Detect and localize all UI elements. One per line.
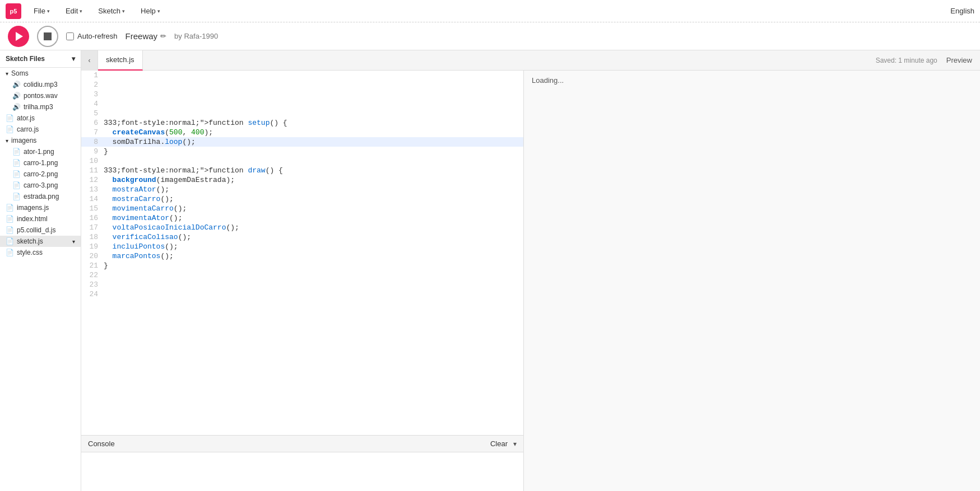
- table-row: 17 voltaPosicaoInicialDoCarro();: [81, 223, 523, 232]
- line-number: 21: [81, 261, 104, 270]
- line-code: somDaTrilha.loop();: [104, 137, 523, 147]
- line-code: 333;font-style:normal;">function draw() …: [104, 166, 523, 175]
- table-row: 19 incluiPontos();: [81, 242, 523, 251]
- table-row: 1: [81, 71, 523, 80]
- line-number: 10: [81, 156, 104, 166]
- table-row: 2: [81, 80, 523, 90]
- edit-menu[interactable]: Edit ▾: [62, 4, 86, 17]
- folder-open-icon: [6, 137, 8, 144]
- edit-menu-chevron: ▾: [80, 8, 82, 14]
- line-code: movimentaCarro();: [104, 204, 523, 213]
- line-code: incluiPontos();: [104, 242, 523, 251]
- sidebar-item-p5collid[interactable]: 📄 p5.collid_d.js: [0, 225, 81, 236]
- folder-open-icon: [6, 69, 8, 77]
- sidebar-item-trilha[interactable]: 🔊 trilha.mp3: [0, 101, 81, 113]
- table-row: 11333;font-style:normal;">function draw(…: [81, 166, 523, 175]
- editor-tabs: ‹ sketch.js Saved: 1 minute ago Preview: [81, 50, 980, 71]
- line-code: createCanvas(500, 400);: [104, 128, 523, 137]
- table-row: 4: [81, 99, 523, 109]
- code-area: 1 2 3 4 5 6333;font-style:normal;">funct…: [81, 71, 523, 491]
- line-code: [104, 109, 523, 118]
- line-number: 5: [81, 109, 104, 118]
- line-number: 14: [81, 194, 104, 204]
- sidebar-collapse-button[interactable]: ‹: [81, 50, 98, 71]
- language-selector[interactable]: English: [950, 7, 974, 15]
- p5-logo[interactable]: p5: [6, 3, 21, 19]
- line-number: 7: [81, 128, 104, 137]
- line-number: 9: [81, 147, 104, 156]
- sidebar-item-ator-js[interactable]: 📄 ator.js: [0, 113, 81, 124]
- table-row: 18 verificaColisao();: [81, 232, 523, 242]
- sidebar-collapse-icon[interactable]: ▾: [72, 55, 75, 63]
- console-header: Console Clear ▾: [81, 436, 523, 452]
- auto-refresh-label[interactable]: Auto-refresh: [66, 32, 118, 40]
- sidebar-item-estrada-png[interactable]: 📄 estrada.png: [0, 191, 81, 202]
- line-code: }: [104, 147, 523, 156]
- table-row: 22: [81, 270, 523, 280]
- line-number: 22: [81, 270, 104, 280]
- sidebar-item-carro1-png[interactable]: 📄 carro-1.png: [0, 157, 81, 169]
- stop-button[interactable]: [37, 26, 58, 47]
- file-menu[interactable]: File ▾: [30, 4, 53, 17]
- sidebar-item-imagens[interactable]: imagens: [0, 135, 81, 146]
- table-row: 13 mostraAtor();: [81, 185, 523, 194]
- table-row: 23: [81, 280, 523, 289]
- tab-sketch-js[interactable]: sketch.js: [98, 50, 143, 71]
- main-area: Sketch Files ▾ Soms 🔊 colidiu.mp3 🔊 pont…: [0, 50, 980, 491]
- sketch-menu-chevron: ▾: [122, 8, 125, 14]
- line-number: 11: [81, 166, 104, 175]
- line-number: 15: [81, 204, 104, 213]
- file-menu-chevron: ▾: [47, 8, 50, 14]
- table-row: 9}: [81, 147, 523, 156]
- table-row: 24: [81, 289, 523, 299]
- line-code: [104, 90, 523, 99]
- sidebar-item-soms[interactable]: Soms: [0, 68, 81, 79]
- code-editor[interactable]: 1 2 3 4 5 6333;font-style:normal;">funct…: [81, 71, 523, 435]
- sidebar-item-colidiu[interactable]: 🔊 colidiu.mp3: [0, 79, 81, 90]
- table-row: 14 mostraCarro();: [81, 194, 523, 204]
- sidebar-item-pontos[interactable]: 🔊 pontos.wav: [0, 90, 81, 101]
- table-row: 10: [81, 156, 523, 166]
- preview-label: Preview: [946, 56, 972, 64]
- save-status: Saved: 1 minute ago: [876, 57, 937, 64]
- sidebar: Sketch Files ▾ Soms 🔊 colidiu.mp3 🔊 pont…: [0, 50, 81, 491]
- console-body: [81, 452, 523, 491]
- sidebar-item-carro-js[interactable]: 📄 carro.js: [0, 124, 81, 135]
- line-number: 3: [81, 90, 104, 99]
- sidebar-item-imagens-js[interactable]: 📄 imagens.js: [0, 202, 81, 213]
- sidebar-item-style-css[interactable]: 📄 style.css: [0, 247, 81, 258]
- line-code: verificaColisao();: [104, 232, 523, 242]
- sidebar-item-carro3-png[interactable]: 📄 carro-3.png: [0, 180, 81, 191]
- sidebar-item-index-html[interactable]: 📄 index.html: [0, 213, 81, 225]
- play-button[interactable]: [8, 26, 29, 47]
- help-menu[interactable]: Help ▾: [137, 4, 164, 17]
- clear-button[interactable]: Clear: [488, 438, 510, 449]
- table-row: 16 movimentaAtor();: [81, 213, 523, 223]
- help-menu-chevron: ▾: [157, 8, 160, 14]
- sidebar-item-sketch-js[interactable]: 📄 sketch.js ▾: [0, 236, 81, 247]
- auto-refresh-checkbox[interactable]: [66, 32, 74, 40]
- sketch-menu[interactable]: Sketch ▾: [95, 4, 128, 17]
- console-label: Console: [88, 439, 115, 448]
- table-row: 3: [81, 90, 523, 99]
- sketch-author: by Rafa-1990: [174, 32, 218, 40]
- line-number: 8: [81, 137, 104, 147]
- line-code: [104, 156, 523, 166]
- table-row: 21}: [81, 261, 523, 270]
- table-row: 20 marcaPontos();: [81, 251, 523, 261]
- sidebar-item-ator1-png[interactable]: 📄 ator-1.png: [0, 146, 81, 157]
- sidebar-header: Sketch Files ▾: [0, 50, 81, 68]
- toolbar: Auto-refresh Freeway ✏ by Rafa-1990: [0, 22, 980, 50]
- code-table: 1 2 3 4 5 6333;font-style:normal;">funct…: [81, 71, 523, 299]
- line-number: 23: [81, 280, 104, 289]
- line-number: 18: [81, 232, 104, 242]
- line-number: 2: [81, 80, 104, 90]
- preview-panel: Loading...: [523, 71, 980, 491]
- line-number: 20: [81, 251, 104, 261]
- sidebar-item-carro2-png[interactable]: 📄 carro-2.png: [0, 169, 81, 180]
- line-code: marcaPontos();: [104, 251, 523, 261]
- edit-sketch-name-icon[interactable]: ✏: [160, 32, 166, 40]
- console-chevron-icon[interactable]: ▾: [513, 440, 517, 448]
- line-code: [104, 99, 523, 109]
- line-code: 333;font-style:normal;">function setup()…: [104, 118, 523, 128]
